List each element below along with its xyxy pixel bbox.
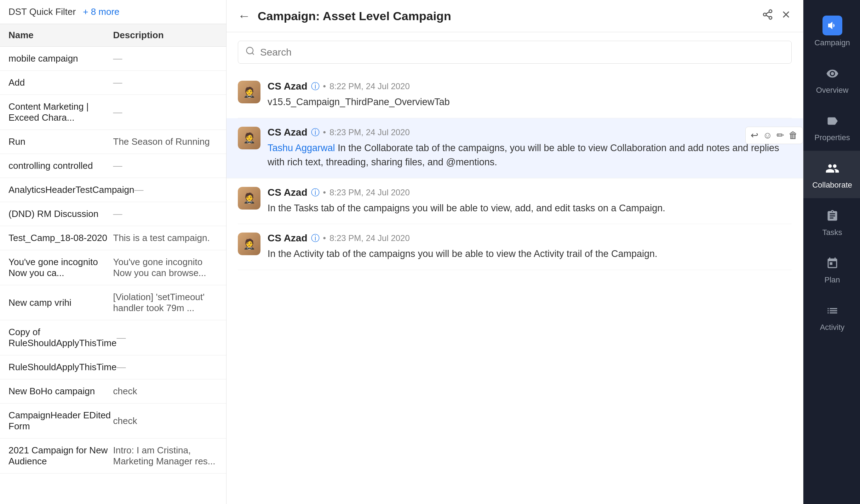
sender-name: CS Azad (268, 233, 308, 244)
table-row[interactable]: CampaignHeader EDited Form check (0, 403, 226, 439)
reply-button[interactable]: ↩ (751, 130, 758, 141)
avatar: 🤵 (238, 233, 260, 255)
message-text: Tashu Aggarwal In the Collaborate tab of… (268, 141, 792, 170)
campaign-desc: The Season of Running (113, 136, 218, 147)
filter-more-link[interactable]: + 8 more (83, 6, 119, 17)
message-content: CS Azad ⓘ • 8:23 PM, 24 Jul 2020 In the … (268, 233, 792, 261)
message-actions: ↩ ☺ ✏ 🗑 (745, 127, 803, 144)
message-time: 8:23 PM, 24 Jul 2020 (329, 127, 410, 137)
svg-line-8 (252, 53, 254, 55)
campaign-desc: — (113, 160, 218, 171)
campaign-desc: — (113, 53, 218, 64)
sender-name: CS Azad (268, 81, 308, 92)
campaign-desc: — (116, 362, 218, 373)
sidebar-label-tasks: Tasks (822, 228, 842, 237)
collaborate-icon (823, 159, 842, 178)
table-row[interactable]: You've gone incognito Now you ca... You'… (0, 250, 226, 285)
campaign-name: You've gone incognito Now you ca... (8, 257, 113, 279)
avatar: 🤵 (238, 127, 260, 149)
campaign-desc: You've gone incognito Now you can browse… (113, 257, 218, 279)
campaign-name: New BoHo campaign (8, 386, 113, 397)
campaign-table-body: mobile campaign — Add — Content Marketin… (0, 47, 226, 504)
table-row[interactable]: controlling controlled — (0, 154, 226, 178)
table-row[interactable]: Run The Season of Running (0, 130, 226, 154)
sidebar-item-campaign[interactable]: Campaign (803, 7, 860, 56)
message-item: 🤵 CS Azad ⓘ • 8:22 PM, 24 Jul 2020 v15.5… (238, 72, 792, 118)
filter-label: DST Quick Filter (8, 6, 76, 17)
campaign-desc: [Violation] 'setTimeout' handler took 79… (113, 292, 218, 314)
table-row[interactable]: Add — (0, 71, 226, 95)
message-text: In the Activity tab of the campaigns you… (268, 247, 792, 261)
table-row[interactable]: New camp vrihi [Violation] 'setTimeout' … (0, 285, 226, 320)
message-meta: CS Azad ⓘ • 8:22 PM, 24 Jul 2020 (268, 81, 792, 92)
search-bar (238, 41, 792, 64)
avatar: 🤵 (238, 81, 260, 103)
message-meta: CS Azad ⓘ • 8:23 PM, 24 Jul 2020 (268, 233, 792, 244)
sidebar-label-collaborate: Collaborate (812, 181, 852, 190)
overview-icon (823, 64, 842, 83)
table-row[interactable]: mobile campaign — (0, 47, 226, 71)
campaign-name: AnalyticsHeaderTestCampaign (8, 184, 134, 195)
share-button[interactable] (762, 9, 773, 23)
svg-point-7 (247, 47, 253, 54)
sidebar-label-properties: Properties (814, 133, 850, 142)
message-text: v15.5_Campaign_ThirdPane_OverviewTab (268, 95, 792, 109)
emoji-button[interactable]: ☺ (763, 130, 772, 141)
properties-icon (823, 112, 842, 130)
svg-point-2 (769, 16, 772, 19)
right-sidebar: Campaign Overview Properties Collaborate (803, 0, 860, 504)
verified-icon: ⓘ (311, 233, 320, 244)
campaign-name: Add (8, 77, 113, 88)
message-body: In the Tasks tab of the campaigns you wi… (268, 203, 665, 213)
campaign-name: Content Marketing | Exceed Chara... (8, 101, 113, 123)
table-row[interactable]: Content Marketing | Exceed Chara... — (0, 95, 226, 130)
table-row[interactable]: 2021 Campaign for New Audience Intro: I … (0, 439, 226, 474)
message-body: In the Activity tab of the campaigns you… (268, 248, 658, 259)
edit-button[interactable]: ✏ (776, 130, 784, 141)
sidebar-item-plan[interactable]: Plan (803, 246, 860, 293)
campaign-desc: — (134, 184, 218, 195)
campaign-name: Run (8, 136, 113, 147)
campaign-desc: Intro: I am Cristina, Marketing Manager … (113, 445, 218, 467)
sidebar-item-tasks[interactable]: Tasks (803, 198, 860, 246)
sidebar-label-overview: Overview (816, 86, 849, 95)
campaign-desc: — (113, 107, 218, 118)
tasks-icon (823, 207, 842, 225)
sidebar-item-collaborate[interactable]: Collaborate (803, 151, 860, 198)
table-header: Name Description (0, 24, 226, 47)
col-desc: Description (113, 30, 218, 41)
verified-icon: ⓘ (311, 187, 320, 198)
verified-icon: ⓘ (311, 127, 320, 138)
message-body: v15.5_Campaign_ThirdPane_OverviewTab (268, 97, 450, 107)
back-button[interactable]: ← (238, 8, 251, 23)
sender-name: CS Azad (268, 127, 308, 138)
message-time: 8:23 PM, 24 Jul 2020 (329, 188, 410, 197)
sidebar-item-activity[interactable]: Activity (803, 293, 860, 340)
message-meta: CS Azad ⓘ • 8:23 PM, 24 Jul 2020 (268, 187, 792, 198)
message-content: CS Azad ⓘ • 8:23 PM, 24 Jul 2020 Tashu A… (268, 127, 792, 170)
sidebar-label-campaign: Campaign (814, 38, 850, 47)
table-row[interactable]: AnalyticsHeaderTestCampaign — (0, 178, 226, 202)
message-time: 8:22 PM, 24 Jul 2020 (329, 81, 410, 91)
svg-point-0 (769, 10, 772, 13)
campaign-detail-panel: ← Campaign: Asset Level Campaign (227, 0, 803, 504)
campaign-name: (DND) RM Discussion (8, 208, 113, 219)
detail-title: Campaign: Asset Level Campaign (258, 9, 755, 23)
sidebar-label-plan: Plan (824, 275, 840, 285)
sidebar-label-activity: Activity (820, 323, 845, 332)
sidebar-item-overview[interactable]: Overview (803, 56, 860, 103)
close-button[interactable] (780, 9, 792, 23)
message-text: In the Tasks tab of the campaigns you wi… (268, 201, 792, 216)
message-item: 🤵 CS Azad ⓘ • 8:23 PM, 24 Jul 2020 In th… (238, 178, 792, 224)
delete-button[interactable]: 🗑 (789, 130, 798, 141)
search-input[interactable] (260, 47, 784, 58)
table-row[interactable]: (DND) RM Discussion — (0, 202, 226, 226)
campaign-name: CampaignHeader EDited Form (8, 410, 113, 432)
table-row[interactable]: Copy of RuleShouldApplyThisTime — (0, 320, 226, 355)
table-row[interactable]: RuleShouldApplyThisTime — (0, 355, 226, 379)
table-row[interactable]: New BoHo campaign check (0, 379, 226, 403)
avatar: 🤵 (238, 187, 260, 210)
table-row[interactable]: Test_Camp_18-08-2020 This is a test camp… (0, 226, 226, 250)
mention[interactable]: Tashu Aggarwal (268, 143, 335, 153)
sidebar-item-properties[interactable]: Properties (803, 103, 860, 151)
